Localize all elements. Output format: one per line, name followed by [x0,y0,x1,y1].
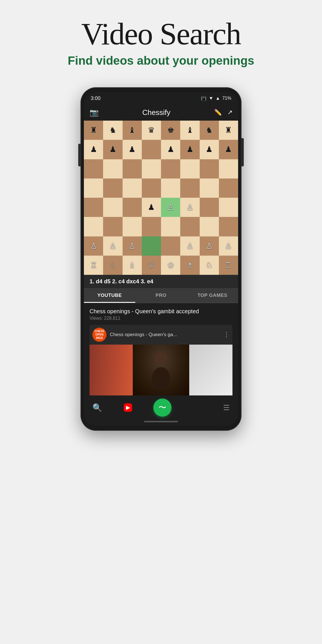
home-indicator [84,419,238,426]
chess-cell-g3[interactable] [200,217,219,236]
tab-top-games[interactable]: TOP GAMES [187,288,238,303]
chess-cell-b6[interactable] [103,159,122,179]
thumbnail-strip [90,345,232,395]
chess-cell-b8[interactable]: ♞ [103,121,122,140]
chess-cell-b2[interactable]: ♙ [103,236,122,256]
chess-cell-c2[interactable]: ♙ [123,236,142,256]
chess-cell-c3[interactable] [123,217,142,236]
fab-button[interactable]: 〜 [153,399,171,417]
chess-cell-b4[interactable] [103,198,122,217]
signal-icon: ▲ [216,96,220,101]
chess-cell-d4[interactable]: ♟ [142,198,161,217]
chess-cell-e5[interactable] [161,179,180,198]
chess-cell-a5[interactable] [84,179,103,198]
youtube-item[interactable]: CHESSOPENINGS Chess openings - Queen's g… [90,325,232,345]
camera-icon[interactable]: 📷 [90,108,99,117]
chess-cell-c4[interactable] [123,198,142,217]
chess-cell-a3[interactable] [84,217,103,236]
chess-cell-a6[interactable] [84,159,103,179]
thumbnail-left [90,345,133,395]
chess-cell-g7[interactable]: ♟ [200,140,219,159]
chess-cell-a7[interactable]: ♟ [84,140,103,159]
thumbnail-right [189,345,232,395]
chess-cell-g8[interactable]: ♞ [200,121,219,140]
chess-cell-c8[interactable]: ♝ [123,121,142,140]
chess-cell-c6[interactable] [123,159,142,179]
chess-cell-d1[interactable]: ♕ [142,256,161,275]
chess-cell-f4[interactable]: ♙ [180,198,199,217]
chess-cell-h8[interactable]: ♜ [219,121,238,140]
chess-cell-e3[interactable] [161,217,180,236]
person-thumbnail [133,345,189,395]
chess-cell-f3[interactable] [180,217,199,236]
phone-frame: 3:00 📳 ▼ ▲ 71% 📷 Chessify ✏️ ↗ [80,87,242,431]
chess-cell-e8[interactable]: ♚ [161,121,180,140]
chess-cell-c7[interactable]: ♟ [123,140,142,159]
tabs-container: YOUTUBE PRO TOP GAMES [84,288,238,303]
chess-cell-f2[interactable]: ♙ [180,236,199,256]
chess-cell-g4[interactable] [200,198,219,217]
chess-cell-g6[interactable] [200,159,219,179]
chess-cell-f1[interactable]: ♗ [180,256,199,275]
move-notation-bold: e4 [147,278,153,284]
tab-pro[interactable]: PRO [135,288,187,303]
chess-cell-h6[interactable] [219,159,238,179]
chess-cell-h7[interactable]: ♟ [219,140,238,159]
youtube-nav-button[interactable]: ▶ [124,403,132,412]
chess-cell-b1[interactable]: ♘ [103,256,122,275]
chess-cell-e6[interactable] [161,159,180,179]
channel-icon: CHESSOPENINGS [92,328,106,342]
home-bar [144,421,178,422]
search-nav-icon[interactable]: 🔍 [92,403,102,412]
bottom-nav: 🔍 ▶ 〜 ☰ [84,398,238,419]
menu-icon[interactable]: ☰ [223,403,230,412]
chess-cell-e4[interactable]: ♙ [161,198,180,217]
app-bar-actions: ✏️ ↗ [214,109,232,116]
chess-cell-d5[interactable] [142,179,161,198]
chess-cell-h2[interactable]: ♙ [219,236,238,256]
page-title: Video Search [11,17,311,51]
chess-cell-d3[interactable] [142,217,161,236]
chess-cell-e7[interactable]: ♟ [161,140,180,159]
chess-cell-e1[interactable]: ♔ [161,256,180,275]
chess-cell-f8[interactable]: ♝ [180,121,199,140]
page-header: Video Search Find videos about your open… [0,0,322,76]
phone-screen: 3:00 📳 ▼ ▲ 71% 📷 Chessify ✏️ ↗ [84,92,238,426]
chess-cell-f7[interactable]: ♟ [180,140,199,159]
chess-cell-g1[interactable]: ♘ [200,256,219,275]
edit-icon[interactable]: ✏️ [214,109,222,116]
share-icon[interactable]: ↗ [227,109,232,116]
chess-cell-f5[interactable] [180,179,199,198]
chess-cell-f6[interactable] [180,159,199,179]
chess-cell-d8[interactable]: ♛ [142,121,161,140]
more-options-icon[interactable]: ⋮ [223,331,230,338]
chess-cell-h4[interactable] [219,198,238,217]
chess-cell-a2[interactable]: ♙ [84,236,103,256]
chess-cell-b7[interactable]: ♟ [103,140,122,159]
fab-icon: 〜 [158,402,166,413]
chess-cell-b5[interactable] [103,179,122,198]
chess-cell-h1[interactable]: ♖ [219,256,238,275]
chess-cell-b3[interactable] [103,217,122,236]
chess-cell-a4[interactable] [84,198,103,217]
chess-cell-a8[interactable]: ♜ [84,121,103,140]
chess-cell-d7[interactable] [142,140,161,159]
chess-board[interactable]: ♜ ♞ ♝ ♛ ♚ ♝ ♞ ♜ ♟ ♟ ♟ ♟ ♟ ♟ ♟ [84,121,238,275]
chess-cell-d6[interactable] [142,159,161,179]
phone-wrapper: 3:00 📳 ▼ ▲ 71% 📷 Chessify ✏️ ↗ [80,87,242,431]
chess-cell-c5[interactable] [123,179,142,198]
chess-cell-g5[interactable] [200,179,219,198]
chess-cell-g2[interactable]: ♙ [200,236,219,256]
chess-cell-h3[interactable] [219,217,238,236]
wifi-icon: ▼ [209,96,213,101]
chess-cell-h5[interactable] [219,179,238,198]
tab-youtube[interactable]: YOUTUBE [84,288,135,303]
video-views: Views: 228,811 [90,316,232,321]
svg-point-1 [152,367,170,390]
move-notation: 1. d4 d5 2. c4 dxc4 3. e4 [84,275,238,288]
chess-cell-e2[interactable] [161,236,180,256]
chess-cell-a1[interactable]: ♖ [84,256,103,275]
chess-cell-c1[interactable]: ♗ [123,256,142,275]
video-title: Chess openings - Queen's gambit accepted [90,308,232,315]
chess-cell-d2[interactable] [142,236,161,256]
